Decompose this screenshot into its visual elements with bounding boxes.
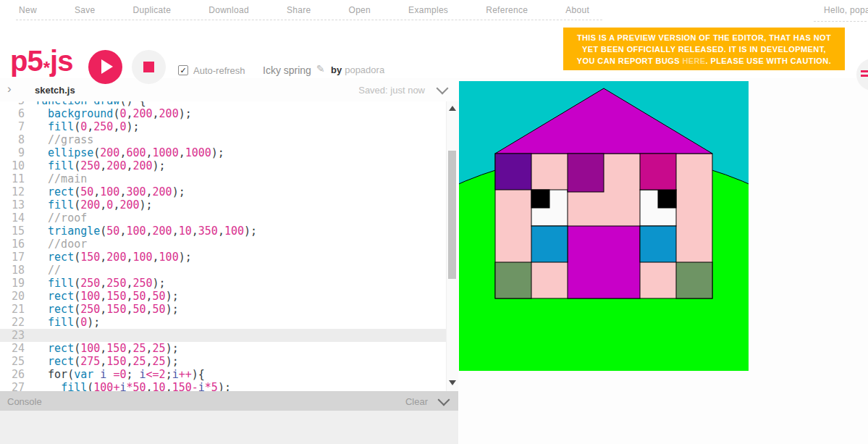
code-line-8[interactable]: 8 //grass — [0, 133, 447, 146]
line-number: 15 — [0, 225, 35, 238]
code-line-16[interactable]: 16 //door — [0, 238, 447, 251]
line-text — [35, 329, 447, 342]
line-number: 18 — [0, 264, 35, 277]
square-olive-right — [676, 262, 712, 298]
author-name[interactable]: popadora — [345, 64, 384, 75]
console-bar[interactable]: Console Clear — [0, 391, 458, 411]
console-output — [0, 411, 458, 444]
code-line-23[interactable]: 23 — [0, 329, 447, 342]
line-text: //door — [35, 238, 447, 251]
scroll-down-arrow[interactable] — [449, 380, 456, 385]
code-line-11[interactable]: 11 //main — [0, 172, 447, 185]
logo-asterisk: * — [43, 58, 50, 78]
sketch-title[interactable]: Icky spring — [263, 64, 311, 76]
code-line-26[interactable]: 26 for(var i =0; i<=2;i++){ — [0, 368, 447, 381]
line-text: fill(250,250,250); — [35, 277, 447, 290]
banner-text-after: . PLEASE USE WITH CAUTION. — [706, 56, 832, 65]
line-number: 11 — [0, 172, 35, 185]
code-line-14[interactable]: 14 //roof — [0, 211, 447, 225]
nav-item-open[interactable]: Open — [349, 5, 371, 15]
line-number: 10 — [0, 159, 35, 172]
code-line-7[interactable]: 7 fill(0,250,0); — [0, 120, 447, 133]
editor-scrollbar[interactable] — [446, 101, 458, 391]
auto-refresh-label: Auto-refresh — [193, 65, 245, 76]
p5js-logo[interactable]: p5*js — [10, 45, 72, 78]
nav-item-share[interactable]: Share — [287, 5, 311, 15]
nav-item-about[interactable]: About — [565, 5, 589, 15]
pupil-left — [531, 190, 549, 208]
code-line-13[interactable]: 13 fill(200,0,200); — [0, 198, 447, 211]
line-text: ellipse(200,600,1000,1000); — [35, 146, 447, 159]
byline: bypopadora — [331, 64, 384, 75]
nav-item-duplicate[interactable]: Duplicate — [132, 5, 171, 15]
code-lines[interactable]: 5function draw() {6 background(0,200,200… — [0, 94, 447, 391]
saved-status: Saved: just now — [358, 85, 425, 96]
sketch-canvas[interactable] — [459, 81, 749, 371]
line-number: 14 — [0, 211, 35, 225]
console-title: Console — [7, 396, 42, 407]
line-number: 12 — [0, 185, 35, 198]
nav-item-examples[interactable]: Examples — [408, 5, 448, 15]
code-line-22[interactable]: 22 fill(0); — [0, 316, 447, 329]
scrollbar-thumb[interactable] — [448, 151, 456, 279]
code-line-18[interactable]: 18 // — [0, 264, 447, 277]
line-number: 9 — [0, 146, 35, 159]
line-text: background(0,200,200); — [35, 107, 447, 120]
line-number: 21 — [0, 303, 35, 316]
line-text: //roof — [35, 211, 447, 225]
line-text: rect(50,100,300,200); — [35, 185, 447, 198]
code-line-27[interactable]: 27 fill(100+i*50,10,150-i*5); — [0, 381, 447, 391]
auto-refresh-checkbox[interactable]: ✓ — [178, 65, 188, 75]
code-line-15[interactable]: 15 triangle(50,100,200,10,350,100); — [0, 225, 447, 238]
nav-item-reference[interactable]: Reference — [486, 5, 528, 15]
code-line-24[interactable]: 24 rect(100,150,25,25); — [0, 342, 447, 355]
code-line-21[interactable]: 21 rect(250,150,50,50); — [0, 303, 447, 316]
code-editor-panel: 5function draw() {6 background(0,200,200… — [0, 78, 458, 391]
code-line-12[interactable]: 12 rect(50,100,300,200); — [0, 185, 447, 198]
code-line-19[interactable]: 19 fill(250,250,250); — [0, 277, 447, 290]
nav-item-new[interactable]: New — [19, 5, 37, 15]
scroll-up-arrow[interactable] — [449, 106, 456, 111]
code-line-10[interactable]: 10 fill(250,200,200); — [0, 159, 447, 172]
stop-button[interactable] — [132, 50, 166, 84]
user-greeting[interactable]: Hello, popadora — [814, 5, 868, 22]
console-clear-button[interactable]: Clear — [405, 396, 428, 407]
line-text: //main — [35, 172, 447, 185]
code-line-25[interactable]: 25 rect(275,150,25,25); — [0, 355, 447, 368]
code-line-9[interactable]: 9 ellipse(200,600,1000,1000); — [0, 146, 447, 159]
edit-pencil-icon[interactable]: ✎ — [316, 63, 325, 75]
square-blue-left — [531, 226, 568, 262]
code-line-20[interactable]: 20 rect(100,150,50,50); — [0, 290, 447, 303]
square-blue-right — [640, 226, 676, 262]
console-collapse-icon[interactable] — [438, 394, 450, 406]
line-text: fill(250,200,200); — [35, 159, 447, 172]
chevron-down-icon[interactable] — [437, 83, 449, 95]
stop-icon — [143, 62, 154, 72]
file-tabbar: › sketch.js Saved: just now — [0, 78, 458, 101]
square-magenta-3 — [640, 154, 676, 190]
square-purple-2 — [568, 154, 604, 192]
nav-menu: NewSaveDuplicateDownloadShareOpenExample… — [16, 0, 602, 20]
play-button[interactable] — [88, 50, 122, 84]
line-text: fill(200,0,200); — [35, 198, 447, 211]
square-olive-left — [495, 262, 531, 298]
sidebar-collapse-icon[interactable]: › — [7, 82, 12, 96]
nav-item-download[interactable]: Download — [208, 5, 249, 15]
line-text: fill(100+i*50,10,150-i*5); — [35, 381, 447, 391]
line-text: rect(100,150,25,25); — [35, 342, 447, 355]
line-text: triangle(50,100,200,10,350,100); — [35, 225, 447, 238]
logo-js-text: js — [50, 45, 72, 77]
banner-here-link[interactable]: HERE — [682, 56, 705, 65]
line-text: fill(0); — [35, 316, 447, 329]
line-text: rect(275,150,25,25); — [35, 355, 447, 368]
line-number: 13 — [0, 198, 35, 211]
line-number: 25 — [0, 355, 35, 368]
code-line-17[interactable]: 17 rect(150,200,100,100); — [0, 251, 447, 264]
pupil-right — [658, 190, 676, 208]
line-text: for(var i =0; i<=2;i++){ — [35, 368, 447, 381]
tab-sketch-js[interactable]: sketch.js — [35, 85, 75, 96]
line-number: 6 — [0, 107, 35, 120]
nav-item-save[interactable]: Save — [75, 5, 96, 15]
line-number: 24 — [0, 342, 35, 355]
code-line-6[interactable]: 6 background(0,200,200); — [0, 107, 447, 120]
